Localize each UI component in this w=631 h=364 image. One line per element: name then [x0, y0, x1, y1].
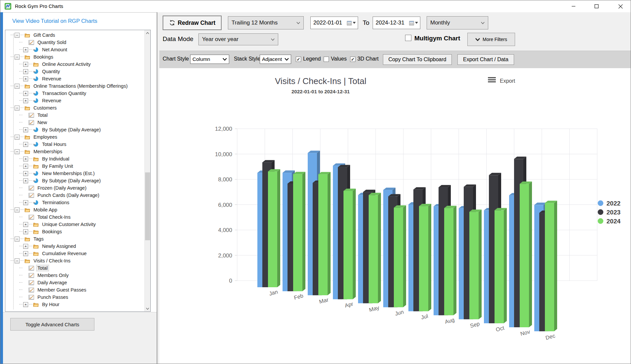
tree-item[interactable]: −Employees [5, 133, 144, 141]
tree-item[interactable]: +Transaction Quantity [5, 90, 144, 97]
tree-item-label[interactable]: Customers [32, 105, 58, 111]
values-checkbox[interactable] [324, 57, 329, 62]
tree-expander[interactable]: − [15, 84, 20, 89]
tree-expander[interactable]: + [23, 171, 28, 176]
tree-item-label[interactable]: Terminations [41, 200, 70, 205]
tree-item-label[interactable]: Bookings [41, 229, 63, 235]
tree-expander[interactable]: + [23, 302, 28, 307]
tree-expander[interactable]: + [23, 142, 28, 147]
tree-expander[interactable]: + [23, 69, 28, 74]
tree-item[interactable]: +Newly Assigned [5, 243, 144, 250]
tree-item-label[interactable]: Online Account Activity [41, 61, 92, 67]
tree-item-label[interactable]: New Memberships (Est.) [41, 170, 96, 176]
tree-item[interactable]: Punch Cards (Daily Average) [5, 192, 144, 199]
video-tutorial-link[interactable]: View Video Tutorial on RGP Charts [12, 18, 97, 24]
tree-item-label[interactable]: Transaction Quantity [41, 90, 87, 96]
tree-item-label[interactable]: Quantity [41, 68, 61, 74]
scroll-down-button[interactable] [145, 306, 150, 311]
tree-expander[interactable]: + [23, 178, 28, 183]
tree-item-label[interactable]: New [36, 119, 48, 125]
tree-item[interactable]: +Revenue [5, 97, 144, 104]
tree-expander[interactable]: + [23, 157, 28, 161]
tree-item[interactable]: +Quantity [5, 68, 144, 75]
tree-item-label[interactable]: Daily Average [36, 280, 68, 286]
tree-item[interactable]: −Mobile App [5, 206, 144, 213]
tree-item-label[interactable]: Cumulative Revenue [41, 250, 88, 256]
tree-item-label[interactable]: By Subtype (Daily Average) [41, 127, 102, 133]
tree-item[interactable]: +Bookings [5, 228, 144, 235]
tree-item[interactable]: −Visits / Check-Ins [5, 257, 144, 264]
redraw-chart-button[interactable]: Redraw Chart [163, 16, 222, 30]
tree-item-label[interactable]: By Family Unit [41, 163, 74, 169]
tree-item-label[interactable]: Mobile App [32, 207, 58, 213]
tree-item-label[interactable]: Punch Cards (Daily Average) [36, 192, 100, 198]
tree-item-label[interactable]: By Hour [41, 301, 60, 307]
tree-item[interactable]: +By Family Unit [5, 162, 144, 170]
tree-item-label[interactable]: Member Guest Passes [36, 287, 87, 293]
toggle-advanced-charts-button[interactable]: Toggle Advanced Charts [10, 318, 94, 331]
export-chart-data-button[interactable]: Export Chart / Data [457, 54, 514, 65]
tree-expander[interactable]: + [23, 222, 28, 227]
tree-item[interactable]: +Cumulative Revenue [5, 250, 144, 257]
tree-item[interactable]: Total [5, 112, 144, 119]
tree-item-label[interactable]: Tags [32, 236, 45, 242]
tree-item[interactable]: +By Subtype (Daily Average) [5, 177, 144, 184]
multigym-checkbox[interactable] [405, 35, 411, 41]
tree-item[interactable]: +By Individual [5, 155, 144, 162]
tree-item-label[interactable]: Gift Cards [32, 32, 56, 38]
tree-expander[interactable]: + [23, 62, 28, 67]
tree-item[interactable]: +Online Account Activity [5, 61, 144, 68]
tree-item[interactable]: +Net Amount [5, 46, 144, 53]
tree-item[interactable]: Member Guest Passes [5, 286, 144, 294]
tree-item-label[interactable]: Bookings [32, 54, 54, 60]
tree-item[interactable]: +Revenue [5, 75, 144, 82]
tree-expander[interactable]: + [23, 200, 28, 205]
stack-style-select[interactable]: Adjacent [260, 55, 291, 64]
close-button[interactable] [613, 0, 628, 12]
tree-item-label[interactable]: Total Check-Ins [36, 214, 72, 220]
tree-item-label[interactable]: Revenue [41, 76, 62, 82]
legend-checkbox[interactable]: ✓ [296, 57, 301, 62]
tree-item[interactable]: −Memberships [5, 148, 144, 155]
tree-item[interactable]: −Online Transactions (Membership Offerin… [5, 82, 144, 90]
tree-item-label[interactable]: Total Hours [41, 141, 67, 147]
tree-item[interactable]: +By Subtype (Daily Average) [5, 126, 144, 133]
tree-expander[interactable]: − [15, 237, 20, 242]
tree-item[interactable]: Total Check-Ins [5, 213, 144, 221]
tree-expander[interactable]: + [23, 91, 28, 96]
scrollbar-thumb[interactable] [145, 172, 150, 240]
tree-item-label[interactable]: Total [36, 112, 49, 118]
chart3d-checkbox[interactable]: ✓ [350, 57, 355, 62]
chart-style-select[interactable]: Column [190, 55, 229, 64]
interval-select[interactable]: Monthly [427, 16, 488, 29]
tree-item[interactable]: +New Memberships (Est.) [5, 170, 144, 177]
tree-item-label[interactable]: Employees [32, 134, 58, 140]
tree-item[interactable]: +Terminations [5, 199, 144, 206]
tree-expander[interactable]: + [23, 76, 28, 81]
tree-item[interactable]: Daily Average [5, 279, 144, 286]
tree-expander[interactable]: + [23, 251, 28, 256]
tree-item-label[interactable]: By Subtype (Daily Average) [41, 178, 102, 184]
tree-item-label[interactable]: Frozen (Daily Average) [36, 185, 87, 191]
tree-expander[interactable]: − [15, 258, 20, 263]
tree-scrollbar[interactable] [144, 30, 150, 311]
tree-item-label[interactable]: Online Transactions (Membership Offering… [32, 83, 129, 89]
tree-item-label[interactable]: By Individual [41, 156, 70, 162]
more-filters-button[interactable]: More Filters [467, 33, 515, 46]
tree-item[interactable]: −Tags [5, 235, 144, 243]
tree-expander[interactable]: − [15, 33, 20, 38]
tree-item-label[interactable]: Revenue [41, 98, 62, 104]
maximize-button[interactable] [589, 0, 604, 12]
tree-item[interactable]: +Total Hours [5, 141, 144, 148]
tree-expander[interactable]: + [23, 229, 28, 234]
tree-expander[interactable]: + [23, 98, 28, 103]
tree-item[interactable]: +Unique Customer Activity [5, 221, 144, 228]
tree-item-label[interactable]: Total [36, 265, 49, 271]
tree-item[interactable]: Punch Passes [5, 294, 144, 301]
tree-item-label[interactable]: Quantity Sold [36, 39, 67, 45]
range-preset-select[interactable]: Trailing 12 Months [228, 16, 304, 29]
minimize-button[interactable] [566, 0, 581, 12]
tree-expander[interactable]: + [23, 164, 28, 169]
tree-expander[interactable]: − [15, 149, 20, 154]
tree-item[interactable]: −Bookings [5, 53, 144, 61]
